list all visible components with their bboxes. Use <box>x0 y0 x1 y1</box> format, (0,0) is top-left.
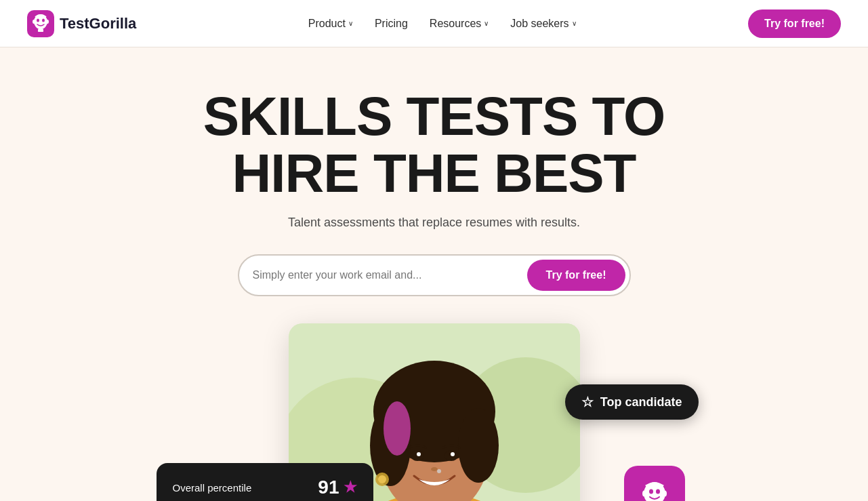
percentile-number: 91 <box>318 477 339 498</box>
hero-email-input[interactable] <box>253 264 527 287</box>
svg-rect-7 <box>36 32 45 35</box>
nav-item-product[interactable]: Product ∨ <box>308 18 353 30</box>
nav-job-seekers-label: Job seekers <box>510 18 569 30</box>
svg-point-29 <box>642 491 646 497</box>
logo-icon <box>27 10 54 37</box>
nav-links: Product ∨ Pricing Resources ∨ Job seeker… <box>308 18 577 30</box>
percentile-label: Overall percentile <box>173 482 252 494</box>
job-seekers-chevron-icon: ∨ <box>572 20 577 27</box>
nav-item-resources[interactable]: Resources ∨ <box>430 18 489 30</box>
hero-cta-button[interactable]: Try for free! <box>527 260 625 291</box>
hero-section: SKILLS TESTS TO HIRE THE BEST Talent ass… <box>0 47 868 501</box>
nav-resources-link[interactable]: Resources ∨ <box>430 18 489 30</box>
svg-point-20 <box>417 452 421 456</box>
navigation: TestGorilla Product ∨ Pricing Resources … <box>0 0 868 47</box>
product-chevron-icon: ∨ <box>348 20 353 27</box>
tg-logo-card <box>624 466 685 501</box>
svg-point-21 <box>451 452 455 456</box>
svg-point-16 <box>458 408 499 483</box>
nav-product-label: Product <box>308 18 346 30</box>
hero-title-line2: HIRE THE BEST <box>232 143 636 203</box>
logo-link[interactable]: TestGorilla <box>27 10 136 37</box>
top-candidate-badge: ☆ Top candidate <box>565 384 699 420</box>
nav-item-job-seekers[interactable]: Job seekers ∨ <box>510 18 576 30</box>
brand-name: TestGorilla <box>60 15 136 33</box>
svg-point-23 <box>437 469 441 473</box>
svg-point-27 <box>649 489 653 494</box>
svg-point-25 <box>378 475 386 483</box>
percentile-row: Overall percentile 91 ★ <box>173 477 357 498</box>
star-outline-icon: ☆ <box>581 394 594 410</box>
resources-chevron-icon: ∨ <box>484 20 489 27</box>
nav-job-seekers-link[interactable]: Job seekers ∨ <box>510 18 576 30</box>
hero-title-line1: SKILLS TESTS TO <box>203 86 665 146</box>
percentile-star-icon: ★ <box>344 479 357 496</box>
nav-cta-button[interactable]: Try for free! <box>748 9 841 38</box>
nav-item-pricing[interactable]: Pricing <box>375 18 408 30</box>
svg-point-2 <box>37 18 39 22</box>
svg-point-30 <box>663 491 667 497</box>
svg-point-28 <box>656 489 660 494</box>
hero-subtitle: Talent assessments that replace resumes … <box>27 216 841 230</box>
top-candidate-label: Top candidate <box>600 395 682 409</box>
hero-image-area: ☆ Top candidate Overall percentile 91 ★ <box>129 330 739 501</box>
svg-point-17 <box>384 401 411 456</box>
hero-email-form: Try for free! <box>238 254 631 296</box>
hero-title: SKILLS TESTS TO HIRE THE BEST <box>27 88 841 202</box>
nav-pricing-link[interactable]: Pricing <box>375 18 408 30</box>
svg-point-3 <box>42 18 45 22</box>
svg-point-4 <box>33 20 35 24</box>
tg-small-logo <box>634 476 675 501</box>
percentile-value: 91 ★ <box>318 477 356 498</box>
percentile-card: Overall percentile 91 ★ <box>157 463 373 501</box>
nav-pricing-label: Pricing <box>375 18 408 30</box>
svg-point-5 <box>46 20 49 24</box>
svg-point-22 <box>431 467 438 471</box>
nav-resources-label: Resources <box>430 18 481 30</box>
nav-product-link[interactable]: Product ∨ <box>308 18 353 30</box>
